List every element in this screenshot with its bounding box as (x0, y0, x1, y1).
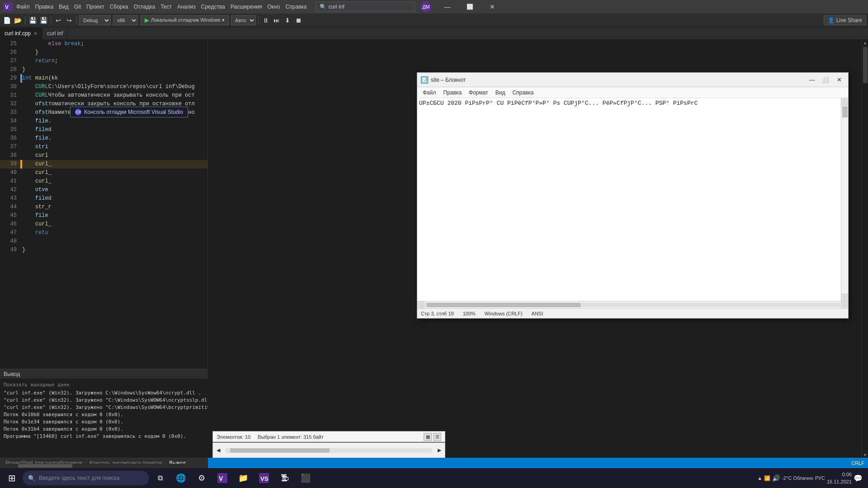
vs-title-bar: V Файл Правка Вид Git Проект Сборка Отла… (0, 0, 868, 14)
taskbar-date-value: 16.11.2021 (827, 478, 852, 485)
title-menu-build[interactable]: Сборка (108, 4, 130, 10)
notepad-content[interactable]: UP±СБСU 2020 PiPsPrP° СU PiРёСfP°P»P° Ps… (417, 98, 848, 301)
scrollbar-right-btn[interactable]: ▶ (438, 447, 441, 453)
selected-size: Выбран 1 элемент: 315 байт (258, 434, 324, 440)
code-line-49: 49 } (0, 246, 208, 254)
toolbar-separator-3 (76, 16, 77, 24)
scroll-up-icon[interactable]: ▲ (862, 40, 868, 46)
title-menu-help[interactable]: Справка (283, 4, 308, 10)
vs-search-box[interactable]: 🔍 curl inf (316, 2, 415, 12)
np-menu-help[interactable]: Справка (509, 89, 537, 97)
open-button[interactable]: 📂 (13, 15, 23, 25)
np-scroll-up-btn[interactable]: ▲ (841, 98, 849, 105)
vs-scroll-thumb[interactable] (863, 47, 868, 83)
step-into-button[interactable]: ⬇ (283, 15, 292, 25)
tab-close-icon[interactable]: ✕ (33, 31, 38, 37)
np-menu-view[interactable]: Вид (492, 89, 509, 97)
title-menu-test[interactable]: Тест (159, 4, 174, 10)
editor-hscrollbar[interactable] (0, 464, 208, 468)
notepad-vscroll[interactable]: ▲ ▼ (841, 98, 848, 301)
notepad-close-button[interactable]: ✕ (834, 75, 844, 85)
tray-volume-icon[interactable]: 🔊 (772, 474, 780, 482)
editor-hscroll-thumb[interactable] (18, 464, 72, 468)
title-menu-window[interactable]: Окно (265, 4, 282, 10)
new-file-button[interactable]: 📄 (2, 15, 12, 25)
breakpoint-button[interactable]: ⏸ (261, 15, 271, 25)
title-menu-file[interactable]: Файл (14, 4, 32, 10)
output-line-3: "curl inf.exe" (Win32). Загружено "C:\Wi… (4, 404, 204, 411)
hscroll-track-bar[interactable] (226, 448, 432, 453)
svg-text:V: V (5, 4, 9, 10)
notepad-hscroll-thumb[interactable] (427, 303, 580, 307)
hscroll-thumb-bar[interactable] (230, 448, 330, 453)
platform-dropdown[interactable]: x86 (113, 15, 138, 25)
taskbar-edge-icon[interactable]: 🌐 (171, 468, 191, 488)
np-menu-file[interactable]: Файл (419, 89, 440, 97)
debug-icon: C# (75, 109, 81, 115)
title-menu-analyze[interactable]: Анализ (175, 4, 198, 10)
start-button[interactable]: ⊞ (2, 468, 22, 488)
output-line-2: "curl inf.exe" (Win32). Загружено "C:\Wi… (4, 397, 204, 404)
run-button[interactable]: ▶ Локальный отладчик Windows ▾ (141, 15, 229, 25)
tray-lang[interactable]: РУС (815, 475, 825, 481)
code-line-46: 46 curl_ (0, 220, 208, 229)
taskbar-cmd-icon[interactable]: ⬛ (296, 468, 316, 488)
taskbar-winzip-icon[interactable]: 🗜 (275, 468, 295, 488)
minimize-button[interactable]: — (437, 0, 458, 14)
user-avatar[interactable]: ДМ (420, 1, 431, 12)
np-scroll-left-btn[interactable]: ◀ (417, 301, 425, 309)
tray-up-icon[interactable]: ▲ (757, 475, 762, 481)
redo-button[interactable]: ↪ (64, 15, 74, 25)
title-menu-git[interactable]: Git (72, 4, 83, 10)
notepad-hscroll-track[interactable] (425, 303, 841, 307)
output-line-7: Программа "[13460] curl inf.exe" заверши… (4, 433, 204, 440)
tab-bar: curl inf.cpp ✕ curl inf (0, 27, 868, 40)
tab-curl-inf[interactable]: curl inf (42, 28, 68, 39)
title-menu-edit[interactable]: Правка (33, 4, 56, 10)
taskbar-vs2-icon[interactable]: VS (254, 468, 274, 488)
undo-button[interactable]: ↩ (53, 15, 63, 25)
taskbar-chrome-icon[interactable]: ⚙ (192, 468, 212, 488)
notepad-minimize-button[interactable]: — (807, 75, 817, 85)
stop-button[interactable]: ⏹ (293, 15, 303, 25)
search-icon: 🔍 (320, 4, 326, 10)
np-menu-edit[interactable]: Правка (440, 89, 466, 97)
title-menu-project[interactable]: Проект (85, 4, 106, 10)
title-menu-debug[interactable]: Отладка (132, 4, 157, 10)
save-all-button[interactable]: 💾 (28, 15, 38, 25)
tray-wifi-icon[interactable]: 📶 (764, 475, 770, 481)
title-menu-extensions[interactable]: Расширения (229, 4, 264, 10)
maximize-button[interactable]: ⬜ (459, 0, 480, 14)
close-button[interactable]: ✕ (482, 0, 503, 14)
scrollbar-left-btn[interactable]: ◀ (217, 447, 220, 453)
output-line-5: Поток 0x1e34 завершился с кодом 0 (0x0). (4, 418, 204, 426)
taskbar-search[interactable]: 🔍 Введите здесь текст для поиска (23, 471, 149, 485)
step-over-button[interactable]: ⏭ (272, 15, 282, 25)
debug-config-dropdown[interactable]: Debug (79, 15, 111, 25)
notepad-maximize-button[interactable]: ⬜ (820, 75, 831, 85)
notepad-hscroll[interactable]: ◀ ▶ (417, 301, 848, 308)
taskbar-vs-icon[interactable]: V (212, 468, 232, 488)
tab-curl-inf-cpp[interactable]: curl inf.cpp ✕ (0, 28, 42, 39)
save-button[interactable]: 💾 (38, 15, 48, 25)
taskbar-explorer-icon[interactable]: 📁 (233, 468, 253, 488)
title-menu-view[interactable]: Вид (57, 4, 71, 10)
np-scroll-down-btn[interactable]: ▼ (841, 294, 849, 301)
taskbar-task-view[interactable]: ⧉ (150, 468, 170, 488)
scroll-down-icon[interactable]: ▼ (862, 452, 868, 458)
notepad-status-bar: Стр 3, стлб 19 100% Windows (CRLF) ANSI (417, 308, 848, 318)
run-icon: ▶ (145, 17, 149, 23)
np-scroll-right-btn[interactable]: ▶ (841, 301, 848, 309)
np-menu-format[interactable]: Формат (465, 89, 492, 97)
np-vscroll-thumb[interactable] (842, 106, 848, 117)
tab-label-2: curl inf (47, 30, 63, 37)
file-explorer-bar: ◀ ▶ (212, 442, 445, 458)
notepad-titlebar: 📝 site – Блокнот — ⬜ ✕ (417, 73, 848, 87)
vs-right-scrollbar[interactable]: ▲ ▼ (862, 40, 868, 458)
title-menu-tools[interactable]: Средства (199, 4, 227, 10)
view-toggle-btn[interactable]: ▦ ☰ (424, 433, 441, 441)
taskbar-clock[interactable]: 0:06 16.11.2021 (827, 471, 852, 485)
run-mode-dropdown[interactable]: Авто (231, 15, 256, 25)
live-share-button[interactable]: 👤 Live Share (824, 15, 866, 25)
tray-notifications-icon[interactable]: 💬 (854, 474, 863, 483)
